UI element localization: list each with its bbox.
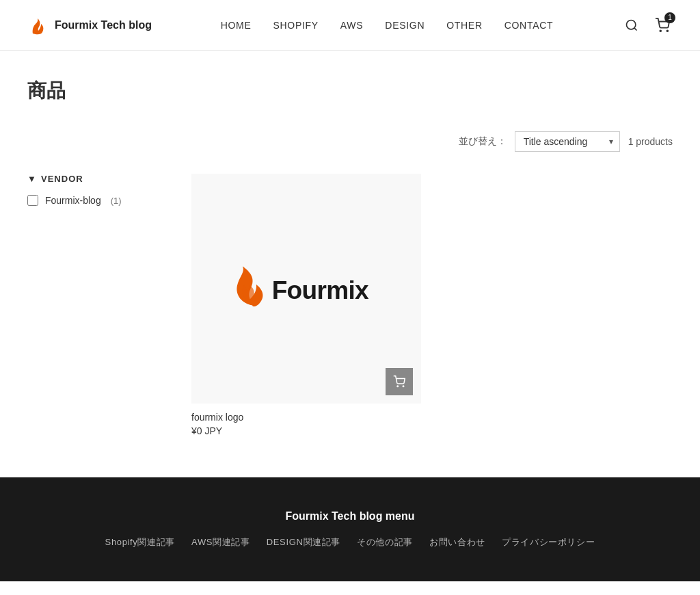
vendor-filter: ▼ VENDOR Fourmix-blog (1): [27, 174, 164, 206]
vendor-filter-item: Fourmix-blog (1): [27, 195, 164, 206]
nav-aws[interactable]: AWS: [340, 20, 363, 31]
vendor-checkbox[interactable]: [27, 195, 38, 206]
main-content: 商品 並び替え： Title ascending Title descendin…: [0, 51, 700, 477]
footer-nav-other[interactable]: その他の記事: [357, 536, 413, 548]
search-icon: [625, 18, 638, 32]
main-nav: HOME SHOPIFY AWS DESIGN OTHER CONTACT: [221, 20, 554, 31]
product-card[interactable]: Fourmix fourmix logo ¥0 JPY: [191, 174, 421, 436]
nav-shopify[interactable]: SHOPIFY: [273, 20, 318, 31]
vendor-filter-header[interactable]: ▼ VENDOR: [27, 174, 164, 184]
cart-add-icon: [393, 375, 405, 388]
product-price: ¥0 JPY: [191, 425, 421, 436]
logo-text: Fourmix Tech blog: [55, 19, 152, 31]
product-count: 1 products: [628, 136, 673, 147]
sort-bar: 並び替え： Title ascending Title descending P…: [27, 131, 673, 152]
footer-nav: Shopify関連記事 AWS関連記事 DESIGN関連記事 その他の記事 お問…: [27, 536, 673, 548]
header-icons: 1: [622, 15, 673, 36]
vendor-item-label: Fourmix-blog: [45, 195, 101, 206]
nav-other[interactable]: OTHER: [446, 20, 483, 31]
sort-label: 並び替え：: [459, 135, 507, 148]
cart-wrapper: 1: [652, 15, 673, 36]
svg-point-3: [667, 30, 668, 31]
product-grid: Fourmix fourmix logo ¥0 JPY: [191, 174, 673, 436]
product-name: fourmix logo: [191, 412, 421, 423]
sidebar: ▼ VENDOR Fourmix-blog (1): [27, 174, 164, 436]
footer-nav-aws[interactable]: AWS関連記事: [191, 536, 250, 548]
svg-point-2: [660, 30, 661, 31]
search-button[interactable]: [622, 16, 641, 35]
svg-point-0: [626, 20, 635, 29]
add-to-cart-button[interactable]: [386, 368, 413, 395]
content-layout: ▼ VENDOR Fourmix-blog (1): [27, 174, 673, 436]
vendor-item-count: (1): [111, 196, 122, 206]
site-footer: Fourmix Tech blog menu Shopify関連記事 AWS関連…: [0, 477, 700, 581]
nav-home[interactable]: HOME: [221, 20, 252, 31]
site-header: Fourmix Tech blog HOME SHOPIFY AWS DESIG…: [0, 0, 700, 51]
footer-nav-contact[interactable]: お問い合わせ: [429, 536, 485, 548]
vendor-filter-label: VENDOR: [41, 174, 83, 184]
page-title: 商品: [27, 78, 673, 104]
sort-select[interactable]: Title ascending Title descending Price a…: [515, 131, 620, 152]
svg-point-5: [397, 386, 399, 387]
product-image-container: Fourmix: [191, 174, 421, 404]
svg-text:Fourmix: Fourmix: [272, 276, 369, 305]
product-image: Fourmix: [226, 264, 386, 313]
footer-nav-shopify[interactable]: Shopify関連記事: [105, 536, 176, 548]
nav-design[interactable]: DESIGN: [385, 20, 425, 31]
svg-line-1: [634, 27, 637, 30]
footer-title: Fourmix Tech blog menu: [27, 510, 673, 523]
logo-icon: [27, 14, 49, 36]
sort-select-wrapper: Title ascending Title descending Price a…: [515, 131, 620, 152]
cart-badge: 1: [664, 12, 675, 23]
filter-arrow-icon: ▼: [27, 174, 37, 184]
footer-nav-design[interactable]: DESIGN関連記事: [267, 536, 340, 548]
svg-point-6: [403, 386, 404, 387]
nav-contact[interactable]: CONTACT: [504, 20, 554, 31]
footer-nav-privacy[interactable]: プライバシーポリシー: [502, 536, 595, 548]
logo-link[interactable]: Fourmix Tech blog: [27, 14, 152, 36]
